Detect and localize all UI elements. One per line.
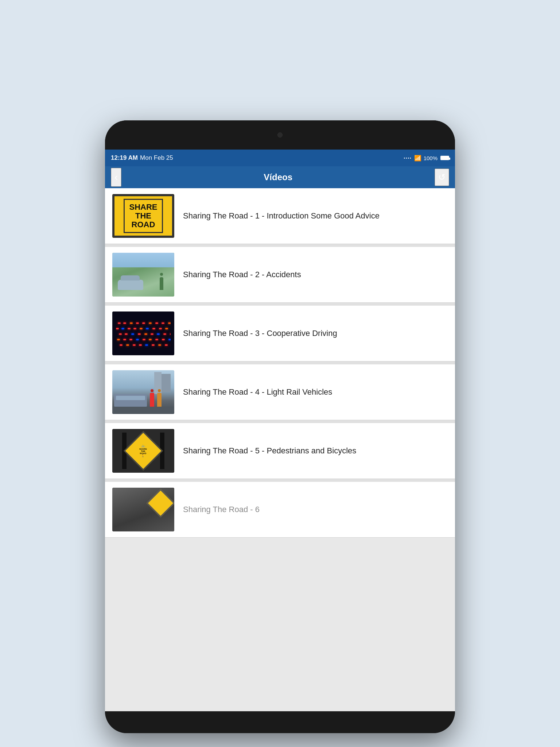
tablet-bezel-top: [105, 120, 455, 150]
separator-1: [105, 244, 455, 247]
video-item-5[interactable]: 🚲 SHARETHEROAD 🚶 Sharing The Road - 5 - …: [105, 423, 455, 479]
video-item-6[interactable]: Sharing The Road - 6: [105, 482, 455, 538]
video-title-2: Sharing The Road - 2 - Accidents: [183, 269, 448, 280]
status-date: Mon Feb 25: [140, 154, 173, 162]
video-item-1[interactable]: SHARETHEROAD Sharing The Road - 1 - Intr…: [105, 188, 455, 244]
video-thumbnail-4: [112, 370, 174, 414]
video-list: SHARETHEROAD Sharing The Road - 1 - Intr…: [105, 188, 455, 711]
status-time: 12:19 AM: [111, 154, 138, 162]
status-right: •••• 📶 100%: [404, 155, 449, 162]
video-item-2[interactable]: Sharing The Road - 2 - Accidents: [105, 247, 455, 303]
video-thumbnail-6: [112, 488, 174, 531]
nav-title: Vídeos: [264, 172, 292, 182]
tablet-camera: [277, 132, 283, 138]
video-thumbnail-5: 🚲 SHARETHEROAD 🚶: [112, 429, 174, 473]
tablet-screen: 12:19 AM Mon Feb 25 •••• 📶 100% ‹ Vídeos…: [105, 150, 455, 711]
wifi-icon: 📶: [414, 155, 421, 162]
tablet-device: 12:19 AM Mon Feb 25 •••• 📶 100% ‹ Vídeos…: [105, 120, 455, 733]
separator-2: [105, 303, 455, 306]
tablet-bezel-bottom: [105, 711, 455, 733]
video-item-4[interactable]: Sharing The Road - 4 - Light Rail Vehicl…: [105, 364, 455, 420]
video-title-5: Sharing The Road - 5 - Pedestrians and B…: [183, 445, 448, 457]
nav-refresh-button[interactable]: ↺: [435, 169, 449, 186]
status-bar: 12:19 AM Mon Feb 25 •••• 📶 100%: [105, 150, 455, 166]
separator-5: [105, 479, 455, 482]
video-title-4: Sharing The Road - 4 - Light Rail Vehicl…: [183, 387, 448, 398]
video-thumbnail-2: [112, 253, 174, 297]
nav-bar: ‹ Vídeos ↺: [105, 166, 455, 188]
video-thumbnail-1: SHARETHEROAD: [112, 194, 174, 238]
video-title-1: Sharing The Road - 1 - Introduction Some…: [183, 210, 448, 222]
video-thumbnail-3: [112, 311, 174, 355]
nav-back-button[interactable]: ‹: [111, 168, 121, 187]
separator-4: [105, 420, 455, 423]
video-title-3: Sharing The Road - 3 - Cooperative Drivi…: [183, 328, 448, 339]
video-title-6: Sharing The Road - 6: [183, 504, 448, 515]
separator-3: [105, 361, 455, 364]
dots-icon: ••••: [404, 156, 412, 160]
video-item-3[interactable]: Sharing The Road - 3 - Cooperative Drivi…: [105, 306, 455, 361]
battery-icon: [440, 156, 449, 160]
battery-percent: 100%: [424, 155, 438, 161]
